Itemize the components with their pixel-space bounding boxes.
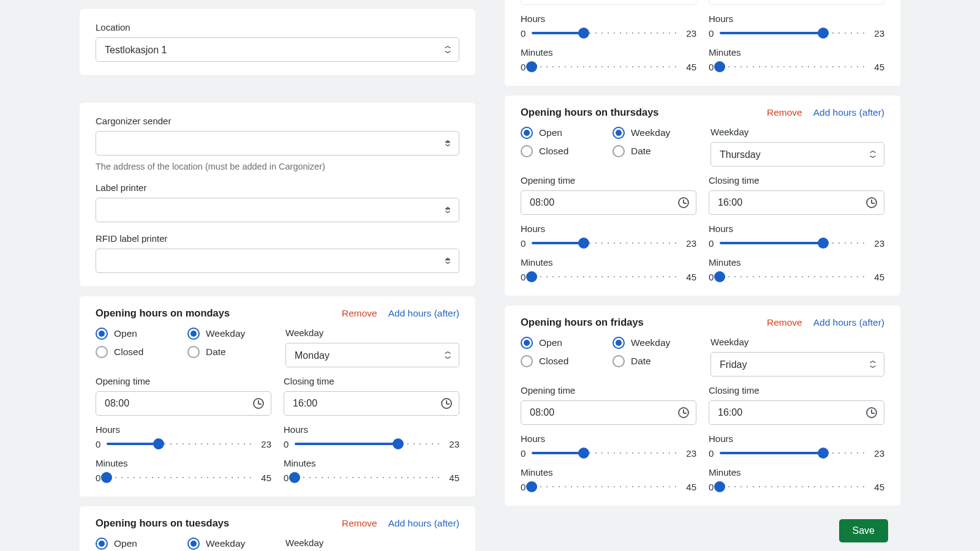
hours-card-friday: Opening hours on fridays Remove Add hour…: [505, 305, 900, 506]
clock-icon: [441, 398, 452, 409]
weekday-select[interactable]: Friday: [710, 352, 884, 377]
opening-time-input[interactable]: [96, 391, 271, 416]
radio-date[interactable]: Date: [187, 346, 279, 358]
minutes-slider[interactable]: [295, 472, 443, 483]
radio-open[interactable]: Open: [96, 538, 187, 550]
weekday-label: Weekday: [285, 328, 459, 338]
hours-card-wed-partial: Hours 023 Minutes 045 Hours 023 M: [505, 0, 900, 86]
hours-title: Opening hours on thursdays: [521, 107, 756, 118]
hours-slider[interactable]: [532, 28, 680, 39]
hours-slider[interactable]: [720, 238, 868, 249]
closing-time-label: Closing time: [284, 376, 459, 386]
hours-title: Opening hours on mondays: [96, 307, 331, 319]
clock-icon: [253, 398, 264, 409]
remove-button[interactable]: Remove: [767, 107, 802, 118]
hours-slider[interactable]: [720, 28, 868, 39]
location-label: Location: [96, 22, 459, 32]
radio-weekday[interactable]: Weekday: [612, 337, 704, 349]
remove-button[interactable]: Remove: [342, 518, 377, 529]
left-column: Location Testlokasjon 1 Cargonizer sende…: [80, 0, 475, 551]
radio-weekday[interactable]: Weekday: [612, 127, 704, 139]
rfid-printer-select[interactable]: [96, 249, 459, 273]
hours-title: Opening hours on fridays: [521, 317, 756, 328]
clock-icon: [866, 407, 877, 418]
hours-card-thursday: Opening hours on thursdays Remove Add ho…: [505, 96, 900, 296]
add-hours-button[interactable]: Add hours (after): [388, 308, 459, 319]
cargonizer-sender-select[interactable]: [96, 131, 459, 156]
radio-open[interactable]: Open: [521, 127, 612, 139]
weekday-select[interactable]: Monday: [285, 343, 459, 367]
hours-slider-label: Hours: [96, 424, 271, 435]
minutes-slider[interactable]: [532, 271, 680, 282]
opening-time-input[interactable]: [521, 190, 696, 215]
closing-time-input[interactable]: [284, 391, 459, 416]
rfid-printer-label: RFID label printer: [96, 233, 459, 244]
clock-icon: [678, 407, 689, 418]
clock-icon: [866, 197, 877, 208]
hours-card-tuesday: Opening hours on tuesdays Remove Add hou…: [80, 506, 475, 551]
hours-slider[interactable]: [720, 448, 868, 459]
hours-slider[interactable]: [532, 448, 680, 459]
add-hours-button[interactable]: Add hours (after): [813, 317, 884, 328]
hours-slider[interactable]: [532, 238, 680, 249]
label-printer-select[interactable]: [96, 198, 459, 222]
location-card: Location Testlokasjon 1: [80, 9, 475, 75]
cargonizer-card: Cargonizer sender The address of the loc…: [80, 102, 475, 287]
radio-weekday[interactable]: Weekday: [187, 328, 279, 340]
minutes-slider[interactable]: [720, 61, 868, 72]
minutes-slider[interactable]: [532, 481, 680, 492]
label-printer-label: Label printer: [96, 182, 459, 193]
minutes-slider[interactable]: [107, 472, 255, 483]
closing-time-input[interactable]: [709, 400, 884, 425]
radio-date[interactable]: Date: [612, 145, 704, 157]
remove-button[interactable]: Remove: [342, 308, 377, 319]
weekday-select[interactable]: Thursday: [710, 142, 884, 167]
radio-closed[interactable]: Closed: [521, 355, 612, 367]
minutes-slider[interactable]: [532, 61, 680, 72]
save-button[interactable]: Save: [839, 519, 888, 542]
opening-time-label: Opening time: [96, 376, 271, 386]
location-select[interactable]: Testlokasjon 1: [96, 37, 459, 62]
add-hours-button[interactable]: Add hours (after): [813, 107, 884, 118]
radio-date[interactable]: Date: [612, 355, 704, 367]
hours-slider-label: Hours: [521, 13, 696, 24]
radio-weekday[interactable]: Weekday: [187, 538, 279, 550]
hours-card-monday: Opening hours on mondays Remove Add hour…: [80, 296, 475, 497]
weekday-label: Weekday: [710, 337, 884, 347]
add-hours-button[interactable]: Add hours (after): [388, 518, 459, 529]
remove-button[interactable]: Remove: [767, 317, 802, 328]
closing-time-input[interactable]: [709, 190, 884, 215]
weekday-label: Weekday: [710, 127, 884, 137]
radio-open[interactable]: Open: [521, 337, 612, 349]
right-column: Hours 023 Minutes 045 Hours 023 M: [505, 0, 900, 551]
hours-slider[interactable]: [295, 438, 443, 449]
opening-time-input[interactable]: [521, 400, 696, 425]
radio-closed[interactable]: Closed: [96, 346, 187, 358]
hours-slider[interactable]: [107, 438, 255, 449]
radio-closed[interactable]: Closed: [521, 145, 612, 157]
minutes-slider-label: Minutes: [521, 47, 696, 58]
clock-icon: [678, 197, 689, 208]
cargonizer-sender-label: Cargonizer sender: [96, 116, 459, 126]
hours-title: Opening hours on tuesdays: [96, 517, 331, 529]
radio-open[interactable]: Open: [96, 328, 187, 340]
cargonizer-sender-help: The address of the location (must be add…: [96, 162, 459, 171]
weekday-label: Weekday: [285, 538, 459, 548]
minutes-slider[interactable]: [720, 481, 868, 492]
minutes-slider-label: Minutes: [96, 458, 271, 468]
minutes-slider[interactable]: [720, 271, 868, 282]
